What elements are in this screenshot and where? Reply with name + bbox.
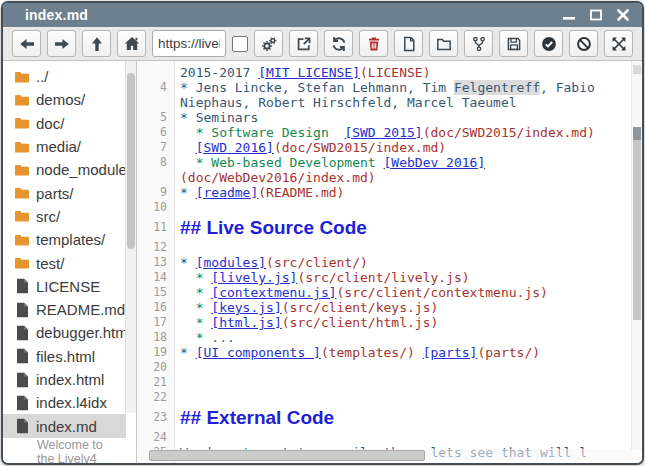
- sidebar-scrollbar-thumb[interactable]: [127, 73, 135, 249]
- delete-button[interactable]: [359, 30, 388, 57]
- code-line: 11## Live Source Code: [137, 215, 632, 240]
- back-button[interactable]: [12, 30, 41, 57]
- sidebar-item-parts[interactable]: parts/: [3, 181, 126, 204]
- save-button[interactable]: [499, 30, 528, 57]
- action-button-group: [254, 30, 633, 57]
- file-label: templates/: [36, 231, 126, 248]
- line-number: 19: [137, 345, 175, 360]
- file-label: ../: [36, 68, 126, 85]
- arrow-left-icon: [19, 36, 35, 52]
- code-line: 12: [137, 240, 632, 255]
- sidebar-scrollbar[interactable]: [125, 61, 136, 413]
- line-number: 15: [137, 285, 175, 300]
- close-button[interactable]: [617, 9, 629, 21]
- file-doc-icon: [14, 348, 30, 364]
- resize-button[interactable]: [604, 30, 633, 57]
- editor-vertical-scrollbar[interactable]: [631, 61, 642, 450]
- file-doc-icon: [14, 395, 30, 411]
- maximize-button[interactable]: [590, 9, 602, 21]
- sidebar-item-demos[interactable]: demos/: [3, 88, 126, 111]
- sidebar-item-debugger.html[interactable]: debugger.html: [3, 321, 126, 344]
- sidebar-item-index.md[interactable]: index.md: [3, 414, 126, 437]
- file-label: media/: [36, 138, 126, 155]
- code-text: [175, 360, 632, 375]
- file-doc-icon: [14, 302, 30, 318]
- sidebar-item-..[interactable]: ../: [3, 65, 126, 88]
- markdown-editor[interactable]: 2015-2017 [MIT LICENSE](LICENSE)4* Jens …: [137, 61, 642, 463]
- code-lines[interactable]: 2015-2017 [MIT LICENSE](LICENSE)4* Jens …: [137, 61, 632, 460]
- code-text: * [readme](README.md): [175, 185, 632, 200]
- code-text: [175, 375, 632, 390]
- line-number: 6: [137, 125, 175, 140]
- file-label: README.md: [36, 301, 126, 318]
- sidebar-item-doc[interactable]: doc/: [3, 112, 126, 135]
- code-text: [SWD 2016](doc/SWD2015/index.md): [175, 140, 632, 155]
- line-number: [137, 95, 175, 110]
- code-text: 2015-2017 [MIT LICENSE](LICENSE): [175, 65, 632, 80]
- external-link-icon: [296, 36, 312, 52]
- home-icon: [124, 36, 140, 52]
- up-button[interactable]: [82, 30, 111, 57]
- sidebar-item-templates[interactable]: templates/: [3, 228, 126, 251]
- versions-button[interactable]: [464, 30, 493, 57]
- code-line: 22: [137, 390, 632, 405]
- file-list: ../demos/doc/media/node_modules/parts/sr…: [3, 61, 126, 438]
- file-icon: [401, 36, 417, 52]
- code-text: [175, 430, 632, 445]
- line-number: 14: [137, 270, 175, 285]
- url-checkbox[interactable]: [232, 36, 248, 52]
- sidebar-item-license[interactable]: LICENSE: [3, 275, 126, 298]
- code-text: ## Live Source Code: [175, 215, 632, 240]
- file-label: debugger.html: [36, 324, 126, 341]
- minimize-button[interactable]: [563, 9, 575, 21]
- code-text: * [html.js](src/client/html.js): [175, 315, 632, 330]
- scrollbar-thumb-cap[interactable]: [633, 127, 641, 140]
- code-text: * Software Design [SWD 2015](doc/SWD2015…: [175, 125, 632, 140]
- sidebar-item-files.html[interactable]: files.html: [3, 345, 126, 368]
- editor-horizontal-scrollbar-thumb[interactable]: [149, 450, 425, 461]
- url-input[interactable]: [152, 30, 226, 57]
- sidebar-item-index.l4idx[interactable]: index.l4idx: [3, 391, 126, 414]
- line-number: 13: [137, 255, 175, 270]
- file-doc-icon: [14, 278, 30, 294]
- new-folder-button[interactable]: [429, 30, 458, 57]
- folder-icon: [14, 208, 30, 224]
- new-file-button[interactable]: [394, 30, 423, 57]
- editor-horizontal-scrollbar[interactable]: [137, 449, 632, 460]
- refresh-icon: [331, 36, 347, 52]
- sidebar-item-test[interactable]: test/: [3, 251, 126, 274]
- editor-vertical-scrollbar-thumb[interactable]: [633, 140, 641, 320]
- window-title: index.md: [25, 7, 88, 23]
- sidebar-item-media[interactable]: media/: [3, 135, 126, 158]
- file-label: files.html: [36, 348, 126, 365]
- folder-icon: [14, 92, 30, 108]
- open-external-button[interactable]: [289, 30, 318, 57]
- code-text: * Web-based Development [WebDev 2016]: [175, 155, 632, 170]
- line-number: 10: [137, 200, 175, 215]
- arrow-up-icon: [89, 36, 105, 52]
- line-number: [137, 170, 175, 185]
- forward-button[interactable]: [47, 30, 76, 57]
- cancel-button[interactable]: [569, 30, 598, 57]
- settings-button[interactable]: [254, 30, 283, 57]
- code-line: 24: [137, 430, 632, 445]
- accept-button[interactable]: [534, 30, 563, 57]
- file-label: node_modules/: [36, 161, 126, 178]
- expand-icon: [611, 36, 627, 52]
- file-label: parts/: [36, 185, 126, 202]
- code-line: 6 * Software Design [SWD 2015](doc/SWD20…: [137, 125, 632, 140]
- line-number: [137, 65, 175, 80]
- code-line: (doc/WebDev2016/index.md): [137, 170, 632, 185]
- reload-button[interactable]: [324, 30, 353, 57]
- code-line: 15 * [contextmenu.js](src/client/context…: [137, 285, 632, 300]
- file-doc-icon: [14, 372, 30, 388]
- sidebar-item-readme.md[interactable]: README.md: [3, 298, 126, 321]
- sidebar-item-src[interactable]: src/: [3, 205, 126, 228]
- line-number: 7: [137, 140, 175, 155]
- file-label: LICENSE: [36, 278, 126, 295]
- home-button[interactable]: [117, 30, 146, 57]
- maximize-icon: [590, 9, 602, 21]
- close-icon: [617, 9, 629, 21]
- sidebar-item-index.html[interactable]: index.html: [3, 368, 126, 391]
- sidebar-item-nodemodules[interactable]: node_modules/: [3, 158, 126, 181]
